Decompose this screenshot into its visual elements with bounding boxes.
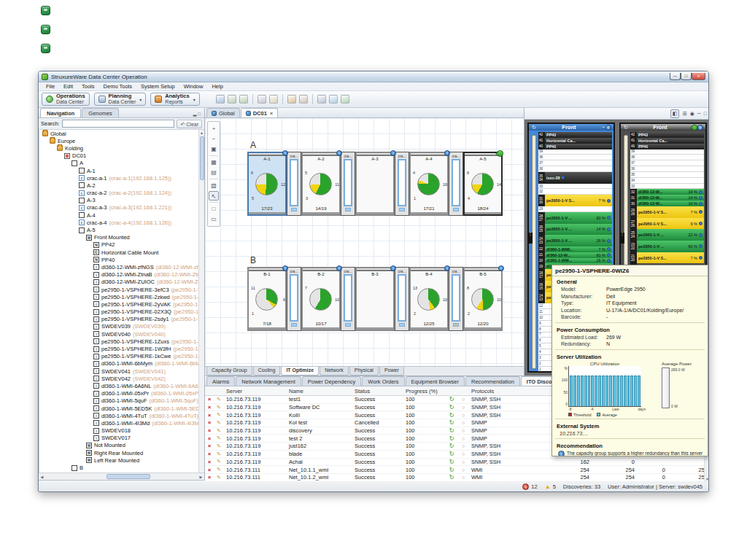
rack-slot-u38[interactable]: 38 [538, 155, 612, 160]
info-icon[interactable]: i [444, 150, 450, 156]
maximize-button[interactable]: □ [681, 73, 692, 80]
edit-row-icon[interactable]: ✎ [214, 420, 224, 426]
scrollbar-thumb[interactable] [107, 474, 150, 479]
rack-a-3[interactable]: A-3i [355, 152, 395, 216]
rack-slot-u30[interactable]: 30dl360-12-W...14 % [630, 201, 704, 206]
stop-discovery-icon[interactable]: ○ [457, 413, 469, 418]
rack-slot-u37[interactable]: 37 [538, 160, 612, 166]
menu-help[interactable]: Help [207, 83, 227, 90]
rack-slot-u36[interactable]: 36 [538, 166, 612, 172]
stop-discovery-icon[interactable]: ○ [457, 451, 469, 456]
minimize-icon[interactable]: − [602, 125, 605, 130]
rack-a-4[interactable]: A-4i416117/21 [409, 152, 449, 216]
tree-item-dl360-12-wmi-zfngs[interactable]: idl360-12-WMI-zfNGS(dl360-12-WMI-zfNGS) [39, 263, 204, 271]
bottom-tab-alarms[interactable]: Alarms [206, 376, 235, 386]
tree-item-pp40[interactable]: NPP40 [39, 256, 204, 263]
rack-slot-u36[interactable]: 36 [630, 166, 704, 172]
menu-edit[interactable]: Edit [59, 83, 77, 90]
delete-row-icon[interactable]: × [205, 451, 214, 457]
tree-item-dl360-1-wmi-6bmym[interactable]: idl360-1-WMI-6bMym(dl360-1-WMI-6bMym) [39, 360, 204, 368]
tree-item-b[interactable]: B [39, 464, 204, 471]
crac-unit[interactable]: cra... [449, 152, 463, 216]
stop-discovery-icon[interactable]: ○ [457, 459, 469, 464]
delete-row-icon[interactable]: × [205, 419, 214, 426]
image-export-icon[interactable] [287, 95, 296, 104]
edit-row-icon[interactable]: ✎ [214, 405, 224, 411]
link-icon[interactable] [317, 95, 326, 104]
delete-row-icon[interactable]: × [205, 396, 214, 402]
tree-item-pe2950-1-vsphere-3efc3[interactable]: ipe2950-1-VSPHERE-3efC3(pe2950-1-VSPHERE… [39, 286, 204, 293]
cut-icon[interactable] [258, 95, 266, 104]
rack-slot-u34[interactable]: 34 [630, 178, 704, 184]
refresh-icon[interactable]: ↻ [532, 125, 536, 131]
scroll-up-arrow[interactable]: ▲ [199, 130, 204, 136]
list-view-icon[interactable]: ☰ [682, 110, 686, 117]
zoom-fit-icon[interactable]: ▣ [209, 144, 219, 154]
scroll-down-arrow[interactable]: ▼ [705, 477, 709, 481]
tree-item-dl360-1-wmi-4i3md[interactable]: idl360-1-WMI-4I3Md(dl360-1-WMI-4I3Md) [39, 419, 204, 427]
dropdown-arrow-icon[interactable]: ▾ [139, 97, 142, 102]
tree-item-dl360-1-wmi-5ed5k[interactable]: idl360-1-WMI-5ED5K(dl360-1-WMI-5ED5K) [39, 405, 204, 412]
tree-item-swdev041[interactable]: iSWDEV041(SWDEV041) [39, 368, 204, 375]
edit-row-icon[interactable]: ✎ [214, 435, 224, 441]
tree-item-global[interactable]: Global [39, 130, 204, 137]
redo-icon[interactable] [239, 95, 248, 104]
delete-row-icon[interactable]: × [205, 443, 214, 449]
tree-item-right-rear-mounted[interactable]: MRight Rear Mounted [39, 449, 204, 456]
stop-discovery-icon[interactable]: ○ [457, 436, 469, 441]
edit-row-icon[interactable]: ✎ [214, 412, 224, 418]
rack-a-1[interactable]: A-1i612517/23 [247, 152, 287, 216]
info-icon[interactable]: i [390, 265, 396, 271]
delete-row-icon[interactable]: × [205, 427, 214, 434]
tree-item-dl360-1-wmi-05xpr[interactable]: idl360-1-WMI-05xPr(dl360-1-WMI-05xPr) [39, 390, 204, 397]
stop-discovery-icon[interactable]: ○ [457, 443, 469, 448]
rack-slot-u37[interactable]: 37 [630, 160, 704, 166]
editor-tab-dc01[interactable]: DC01× [241, 108, 278, 117]
view-tab-cooling[interactable]: Cooling [253, 367, 281, 376]
rack-slot-u35[interactable]: 3534isxc-28 [538, 172, 612, 184]
tree-item-swdev042[interactable]: iSWDEV042(SWDEV042) [39, 375, 204, 382]
crac-unit[interactable]: cra... [395, 267, 409, 331]
rack-slot-u39[interactable]: 39 [630, 149, 704, 155]
close-tab-icon[interactable]: × [270, 111, 273, 116]
rack-slot-u25[interactable]: 2524pe2950-1-V ...22 % [630, 229, 704, 241]
edit-row-icon[interactable]: ✎ [214, 428, 224, 434]
slider-track[interactable] [532, 135, 536, 369]
edit-row-icon[interactable]: ✎ [214, 467, 224, 472]
rack-slot-u40[interactable]: 40PP40 [538, 144, 612, 149]
tree-item-dl360-1-wmi-5quf[interactable]: idl360-1-WMI-5quF(dl360-1-WMI-5quF) [39, 397, 204, 405]
snapshot-icon[interactable]: ▤ [209, 168, 219, 177]
tab-navigation[interactable]: Navigation [40, 108, 81, 117]
edit-row-icon[interactable]: ✎ [214, 475, 224, 481]
info-icon[interactable]: i [390, 150, 396, 156]
rack-slot-u33[interactable]: 33 [538, 184, 612, 190]
table-row[interactable]: ×✎10.216.73.111Net_10.1.1_wmiSuccess100↻… [205, 466, 709, 474]
add-enclosure-icon[interactable]: □ [209, 204, 219, 214]
bottom-tab-recommendation[interactable]: Recommendation [465, 376, 520, 386]
rack-b-2[interactable]: B-2i71010/17 [301, 267, 341, 331]
dropdown-arrow-icon[interactable]: ▾ [193, 97, 196, 102]
crac-unit[interactable]: cra... [287, 267, 301, 331]
visibility-icon[interactable]: ◉ [690, 110, 694, 117]
select-cursor-icon[interactable]: ↖ [209, 191, 219, 201]
info-icon[interactable]: i [444, 265, 450, 271]
menu-system-setup[interactable]: System Setup [136, 83, 179, 90]
info-icon[interactable]: i [697, 125, 703, 131]
rack-slot-u38[interactable]: 38 [630, 155, 704, 160]
rack-slot-u42[interactable]: 42PP42 [538, 132, 612, 138]
tree-item-dl360-1-wmi-6a6nl[interactable]: idl360-1-WMI-6A6NL(dl360-1-WMI-6A6NL) [39, 382, 204, 389]
tree-item-dc01[interactable]: DC01 [39, 152, 204, 160]
run-discovery-icon[interactable]: ↻ [446, 412, 457, 419]
rack-slot-u32[interactable]: 32 [538, 189, 612, 195]
minimize-button[interactable]: ─ [670, 73, 681, 80]
scrollbar-thumb[interactable] [200, 136, 204, 180]
tree-item-pe2950-1-vsphere-2yvak[interactable]: ipe2950-1-VSPHERE-2yVAK(pe2950-1-VSPHERE… [39, 300, 204, 308]
rack-b-5[interactable]: B-5i810212/20 [463, 267, 503, 331]
tree-item-swdev017[interactable]: iSWDEV017 [39, 435, 204, 442]
tree-item-pe2950-1-vsphere-02x3q[interactable]: ipe2950-1-VSPHERE-02X3Q(pe2950-1-VSPHERE… [39, 308, 204, 316]
rack-slot-u41[interactable]: 41Horizontal Ca... [538, 138, 612, 144]
tree-item-kolding[interactable]: Kolding [39, 144, 204, 152]
menu-tools[interactable]: Tools [77, 83, 99, 90]
run-discovery-icon[interactable]: ↻ [446, 474, 457, 481]
tree-vertical-scrollbar[interactable]: ▲ [198, 130, 204, 472]
